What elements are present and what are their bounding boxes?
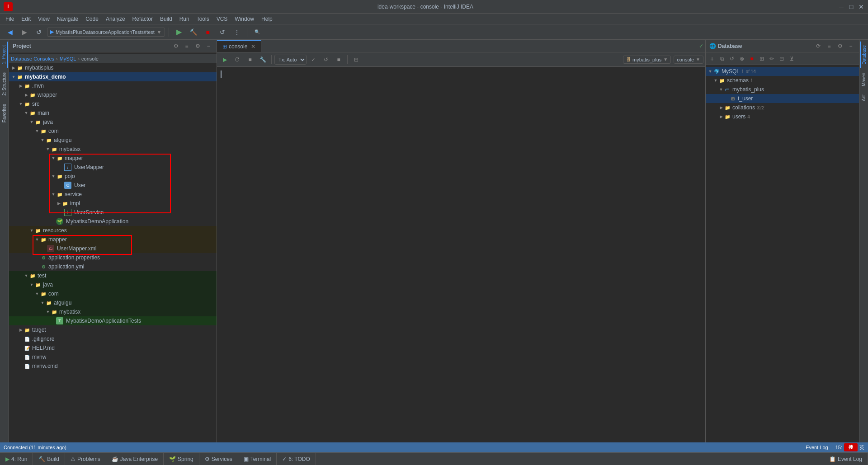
tree-item-service[interactable]: ▼ 📁 service (9, 190, 217, 199)
more-button[interactable]: ⋮ (231, 26, 243, 38)
bottom-tab-build[interactable]: 🔨 Build (33, 453, 65, 465)
run-config-selector[interactable]: ▶ MybatisPlusDatasourceApplicationTests#… (47, 28, 165, 37)
stop-button[interactable]: ■ (202, 26, 214, 38)
tree-item-atguigu[interactable]: ▼ 📁 atguigu (9, 136, 217, 145)
db-tree-t-user[interactable]: ⊞ t_user (706, 94, 859, 103)
status-event-log[interactable]: Event Log (806, 445, 828, 450)
db-tree-mybatis-plus[interactable]: ▼ 🗃 mybatis_plus (706, 85, 859, 94)
forward-button[interactable]: ▶ (18, 26, 31, 38)
db-close-icon[interactable]: − (846, 42, 855, 51)
commit-btn[interactable]: ✓ (307, 54, 319, 66)
bottom-tab-run[interactable]: ▶ 4: Run (0, 453, 33, 465)
db-refresh-icon[interactable]: ↺ (727, 54, 736, 63)
tree-item-target[interactable]: ▶ 📁 target (9, 325, 217, 334)
tree-item-app-yml[interactable]: ⚙ application.yml (9, 262, 217, 271)
db-tree-schemas[interactable]: ▼ 📁 schemas 1 (706, 76, 859, 85)
db-table-icon[interactable]: ⊞ (757, 54, 766, 63)
rollback-btn[interactable]: ↺ (320, 54, 332, 66)
tree-item-gitignore[interactable]: 📄 .gitignore (9, 334, 217, 343)
reload-button[interactable]: ↺ (216, 26, 229, 38)
project-close-icon[interactable]: − (204, 42, 213, 51)
bottom-tab-terminal[interactable]: ▣ Terminal (238, 453, 277, 465)
tree-item-main[interactable]: ▼ 📁 main (9, 108, 217, 117)
db-stop-icon[interactable]: ■ (747, 54, 756, 63)
db-tree-collations[interactable]: ▶ 📁 collations 322 (706, 103, 859, 112)
tree-item-atguigu-test[interactable]: ▼ 📁 atguigu (9, 298, 217, 307)
console-editor[interactable] (217, 67, 705, 442)
tree-item-userservice[interactable]: I UserService (9, 208, 217, 217)
tree-item-src[interactable]: ▼ 📁 src (9, 99, 217, 108)
tree-item-mvnw[interactable]: 📄 mvnw (9, 352, 217, 362)
db-filter-icon[interactable]: ⊻ (787, 54, 796, 63)
db-edit-icon[interactable]: ✏ (767, 54, 776, 63)
db-sync-icon[interactable]: ⟳ (814, 42, 823, 51)
execute-btn[interactable]: ▶ (219, 54, 231, 66)
db-columns-icon[interactable]: ⊟ (777, 54, 786, 63)
close-button[interactable]: ✕ (858, 4, 864, 10)
menu-vcs[interactable]: VCS (213, 15, 231, 23)
db-tree-users[interactable]: ▶ 📁 users 4 (706, 112, 859, 121)
tree-item-resources[interactable]: ▼ 📁 resources (9, 226, 217, 235)
bottom-tab-event-log[interactable]: 📋 Event Log (824, 453, 868, 465)
project-collapse-icon[interactable]: ≡ (182, 42, 191, 51)
minimize-button[interactable]: ─ (838, 4, 844, 10)
bottom-tab-todo[interactable]: ✓ 6: TODO (277, 453, 316, 465)
left-tab-project[interactable]: 1: Project (0, 42, 8, 68)
back-button[interactable]: ◀ (4, 26, 16, 38)
tree-item-mvn[interactable]: ▶ 📁 .mvn (9, 81, 217, 90)
right-tab-maven[interactable]: Maven (860, 69, 867, 90)
cancel-btn[interactable]: ■ (333, 54, 344, 66)
bottom-tab-services[interactable]: ⚙ Services (199, 453, 238, 465)
tree-item-mybatisxapp[interactable]: 🌱 MybatisxDemoApplication (9, 217, 217, 226)
tree-item-mybatisx-demo[interactable]: ▼ 📁 mybatisx_demo (9, 72, 217, 81)
menu-help[interactable]: Help (258, 15, 276, 23)
results-btn[interactable]: ⊟ (350, 54, 362, 66)
tx-select[interactable]: Tx: Auto Tx: On Tx: Off (274, 55, 307, 65)
tree-item-help[interactable]: 📝 HELP.md (9, 343, 217, 352)
db-add-icon[interactable]: + (708, 54, 717, 63)
connection-selector[interactable]: 🗄 mybatis_plus ▼ (623, 56, 671, 64)
menu-refactor[interactable]: Refactor (129, 15, 156, 23)
tree-item-pojo[interactable]: ▼ 📁 pojo (9, 172, 217, 181)
schema-selector[interactable]: console ▼ (674, 56, 703, 64)
menu-edit[interactable]: Edit (18, 15, 34, 23)
menu-code[interactable]: Code (82, 15, 102, 23)
stop-exec-btn[interactable]: ■ (244, 54, 256, 66)
tree-item-com-test[interactable]: ▼ 📁 com (9, 289, 217, 298)
project-settings-icon[interactable]: ⚙ (171, 42, 180, 51)
tree-item-impl[interactable]: ▶ 📁 impl (9, 199, 217, 208)
tree-item-usermapper[interactable]: I UserMapper (9, 163, 217, 172)
console-tab-main[interactable]: ⊞ console ✕ (217, 40, 261, 52)
tree-item-java-main[interactable]: ▼ 📁 java (9, 117, 217, 127)
menu-tools[interactable]: Tools (193, 15, 213, 23)
breadcrumb-db-consoles[interactable]: Database Consoles (11, 56, 54, 61)
db-disconnect-icon[interactable]: ⊗ (737, 54, 746, 63)
tree-item-app-props[interactable]: ⚙ application.properties (9, 253, 217, 262)
tools-btn[interactable]: 🔧 (257, 54, 269, 66)
tree-item-mapper-res[interactable]: ▼ 📁 mapper (9, 235, 217, 244)
search-everywhere-btn[interactable]: 🔍 (251, 26, 264, 38)
project-settings2-icon[interactable]: ⚙ (193, 42, 202, 51)
menu-window[interactable]: Window (231, 15, 258, 23)
menu-view[interactable]: View (34, 15, 53, 23)
tree-item-testclass[interactable]: T MybatisxDemoApplicationTests (9, 316, 217, 325)
menu-analyze[interactable]: Analyze (102, 15, 129, 23)
tree-item-mybatisx-test[interactable]: ▼ 📁 mybatisx (9, 307, 217, 316)
run-file-btn[interactable]: ⏱ (231, 54, 243, 66)
bottom-tab-java-enterprise[interactable]: ☕ Java Enterprise (106, 453, 164, 465)
tree-item-user[interactable]: C User (9, 181, 217, 190)
right-tab-database[interactable]: Database (860, 42, 868, 68)
tree-item-mvnw-cmd[interactable]: 📄 mvnw.cmd (9, 362, 217, 371)
right-tab-ant[interactable]: Ant (860, 91, 867, 105)
tree-item-wrapper[interactable]: ▶ 📁 wrapper (9, 90, 217, 99)
bottom-tab-spring[interactable]: 🌱 Spring (164, 453, 199, 465)
console-tab-close[interactable]: ✕ (251, 43, 255, 50)
tree-item-usermapper-xml[interactable]: 🗂 UserMapper.xml (9, 244, 217, 253)
build-button[interactable]: 🔨 (187, 26, 200, 38)
tree-item-mybatisx[interactable]: ▼ 📁 mybatisx (9, 145, 217, 154)
left-tab-favorites[interactable]: Favorites (1, 100, 8, 126)
left-tab-structure[interactable]: 2: Structure (1, 69, 8, 99)
tree-item-test[interactable]: ▼ 📁 test (9, 271, 217, 280)
menu-file[interactable]: File (2, 15, 18, 23)
db-settings-icon[interactable]: ⚙ (835, 42, 844, 51)
